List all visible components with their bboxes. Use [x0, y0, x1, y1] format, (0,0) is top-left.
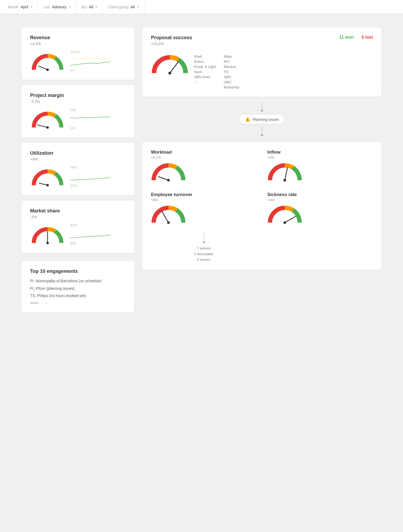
top10-card: Top 10 engagements PI, Municipality of B… — [21, 261, 134, 312]
sickness-rate-change: +4% — [267, 198, 373, 202]
sickness-rate-gauge-svg — [267, 205, 302, 225]
utilization-title: Utilization — [30, 150, 126, 156]
svg-line-3 — [38, 125, 48, 127]
turnover-connector — [204, 231, 204, 239]
turnover-detail-0: 7 seniors — [194, 246, 213, 251]
won-client-3: Nuon — [194, 70, 216, 74]
connector-line-1 — [262, 102, 262, 110]
svg-line-9 — [170, 62, 178, 73]
market-share-gauge-svg — [30, 227, 65, 245]
sickness-rate-title: Sickness rate — [267, 192, 373, 197]
filter-bar: Month April ▾ LoS Advisory ▾ BU All ▾ Cl… — [0, 0, 403, 14]
won-block: 11 won — [339, 35, 354, 40]
project-margin-gauge — [30, 111, 65, 130]
utilization-change: +4% — [30, 157, 126, 161]
proposal-gauge-svg — [151, 55, 189, 76]
svg-point-1 — [46, 68, 49, 71]
workload-change: +3,7% — [151, 155, 257, 160]
lost-block: 6 lost — [362, 35, 373, 40]
utilization-mini-chart — [70, 170, 111, 183]
month-arrow: ▾ — [31, 5, 32, 8]
project-margin-card: Project margin -3,7% high — [21, 85, 134, 137]
bu-arrow: ▾ — [96, 5, 97, 8]
employee-turnover-gauge-svg — [151, 205, 186, 225]
proposal-lists: Shell Eneco Power & Light Nuon ABN Amro … — [194, 55, 373, 89]
market-share-change: -2% — [30, 215, 126, 219]
lost-client-0: Rabo — [224, 55, 239, 59]
lost-client-6: Bodyshop — [224, 85, 239, 89]
engagement-item-2: TS, Philips (no hours booked yet) — [30, 293, 126, 299]
connector-line-2 — [262, 126, 262, 135]
proposal-body: Shell Eneco Power & Light Nuon ABN Amro … — [151, 55, 373, 89]
top10-more[interactable]: more.... → — [30, 301, 126, 305]
utilization-gauge-row: 84% 83% — [30, 166, 126, 188]
employee-turnover-title: Employee turnover — [151, 192, 257, 197]
utilization-gauge — [30, 169, 65, 188]
month-filter[interactable]: Month April ▾ — [8, 0, 38, 14]
workload-gauge-svg — [151, 163, 186, 183]
main-content: Revenue +4,3% 1000 k — [0, 14, 403, 326]
lost-client-1: IRS — [224, 60, 239, 64]
svg-point-4 — [46, 126, 49, 129]
proposal-success-card: Proposal success +15,4% 11 won 6 lost — [142, 27, 382, 97]
clientgroup-arrow: ▾ — [138, 5, 139, 8]
more-arrow: → — [44, 301, 48, 305]
svg-line-11 — [159, 177, 168, 180]
pm-chart-bot: low — [70, 126, 75, 130]
metrics-card: Workload +3,7% Inflow +4% — [142, 142, 382, 270]
los-arrow: ▾ — [69, 5, 71, 8]
planning-issues-button[interactable]: ⚠️ Planning issues — [239, 114, 285, 124]
clientgroup-value: All — [131, 5, 135, 9]
market-share-card: Market share -2% $150 — [21, 201, 134, 253]
lost-client-4: AMC — [224, 75, 239, 79]
proposal-title-block: Proposal success +15,4% — [151, 35, 192, 50]
bu-filter[interactable]: BU All ▾ — [76, 0, 103, 14]
planning-issues-label: Planning issues — [253, 117, 279, 122]
market-share-gauge-row: $150 $90 — [30, 223, 126, 245]
left-column: Revenue +4,3% 1000 k — [21, 27, 134, 312]
month-value: April — [21, 5, 28, 9]
employee-turnover-change: +6% — [151, 198, 257, 202]
market-share-chart-wrapper: $150 $90 — [70, 223, 126, 245]
market-share-mini-chart — [70, 228, 111, 241]
clientgroup-filter[interactable]: Client group All ▾ — [103, 0, 145, 14]
svg-line-17 — [285, 216, 296, 223]
planning-connector: ⚠️ Planning issues — [142, 102, 382, 137]
utilization-chart-wrapper: 84% 83% — [70, 166, 126, 188]
metrics-grid: Workload +3,7% Inflow +4% — [151, 150, 373, 262]
right-column: Proposal success +15,4% 11 won 6 lost — [142, 27, 382, 312]
project-margin-chart-wrapper: high low — [70, 108, 126, 130]
los-value: Advisory — [52, 5, 67, 9]
clientgroup-label: Client group — [108, 5, 129, 9]
svg-line-0 — [39, 66, 48, 70]
revenue-card: Revenue +4,3% 1000 k — [21, 27, 134, 80]
down-arrow-2 — [260, 135, 264, 137]
workload-title: Workload — [151, 150, 257, 155]
revenue-gauge-row: 1000 k 0 k — [30, 50, 126, 72]
month-label: Month — [8, 5, 19, 9]
svg-point-8 — [46, 242, 49, 244]
util-chart-bot: 83% — [70, 184, 77, 188]
more-text: more.... — [30, 301, 42, 305]
won-client-4: ABN Amro — [194, 75, 216, 79]
lost-count: 6 lost — [362, 35, 373, 40]
project-margin-mini-chart — [70, 112, 111, 126]
svg-line-13 — [285, 168, 287, 180]
revenue-chart-bot: 0 k — [70, 68, 75, 72]
utilization-gauge-svg — [30, 169, 65, 188]
proposal-gauge — [151, 55, 189, 77]
bu-value: All — [89, 5, 93, 9]
svg-point-16 — [167, 221, 170, 224]
pm-chart-top: high — [70, 108, 77, 112]
project-margin-title: Project margin — [30, 93, 126, 98]
inflow-title: Inflow — [267, 150, 373, 155]
market-share-gauge — [30, 227, 65, 245]
workload-block: Workload +3,7% — [151, 150, 257, 184]
won-client-2: Power & Light — [194, 65, 216, 69]
lost-client-3: FS — [224, 70, 239, 74]
lost-client-list: Rabo IRS Renault FS AMC UMC Bodyshop — [224, 55, 239, 89]
svg-line-5 — [39, 183, 48, 185]
won-more-arrow[interactable]: → — [194, 80, 216, 84]
down-arrow-1 — [260, 110, 264, 112]
los-filter[interactable]: LoS Advisory ▾ — [38, 0, 76, 14]
